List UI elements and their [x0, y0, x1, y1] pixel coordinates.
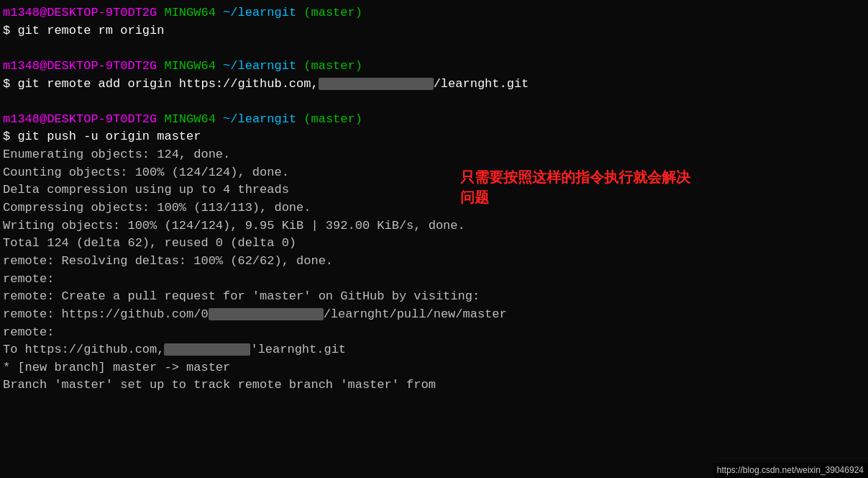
output-9: remote: Create a pull request for 'maste… — [3, 288, 865, 306]
output-5: Writing objects: 100% (124/124), 9.95 Ki… — [3, 217, 865, 235]
prompt-path-3: ~/learngit — [223, 112, 296, 126]
blurred-username-1 — [319, 78, 434, 90]
prompt-shell-1: MINGW64 — [164, 6, 223, 19]
blurred-username-2 — [209, 308, 324, 320]
watermark: https://blog.csdn.net/weixin_39046924 — [713, 463, 868, 478]
output-6: Total 124 (delta 62), reused 0 (delta 0) — [3, 235, 865, 253]
output-13: * [new branch] master -> master — [3, 359, 865, 377]
blank-1 — [3, 40, 865, 58]
prompt-branch-2: (master) — [303, 59, 362, 73]
prompt-path-1: ~/learngit — [223, 6, 296, 19]
output-3: Delta compression using up to 4 threads — [3, 181, 865, 199]
output-1: Enumerating objects: 124, done. — [3, 146, 865, 164]
cmd-line-2: $ git remote add origin https://github.c… — [3, 76, 865, 94]
cmd-line-1: $ git remote rm origin — [3, 22, 865, 40]
prompt-line-2: m1348@DESKTOP-9T0DT2G MINGW64 ~/learngit… — [3, 58, 865, 76]
terminal-window: m1348@DESKTOP-9T0DT2G MINGW64 ~/learngit… — [0, 0, 868, 478]
output-12-blurred: To https://github.com, 'learnght.git — [3, 341, 865, 359]
prompt-line-3: m1348@DESKTOP-9T0DT2G MINGW64 ~/learngit… — [3, 111, 865, 129]
prompt-user-3: m1348@DESKTOP-9T0DT2G — [3, 112, 157, 126]
prompt-branch-3: (master) — [303, 112, 362, 126]
prompt-user-1: m1348@DESKTOP-9T0DT2G — [3, 6, 157, 19]
blurred-username-3 — [164, 343, 250, 356]
output-7: remote: Resolving deltas: 100% (62/62), … — [3, 253, 865, 271]
output-14: Branch 'master' set up to track remote b… — [3, 376, 865, 394]
prompt-shell-3: MINGW64 — [164, 112, 223, 126]
prompt-user-2: m1348@DESKTOP-9T0DT2G — [3, 59, 157, 73]
output-4: Compressing objects: 100% (113/113), don… — [3, 199, 865, 217]
output-2: Counting objects: 100% (124/124), done. — [3, 164, 865, 182]
output-8: remote: — [3, 271, 865, 289]
output-10-blurred: remote: https://github.com/0 /learnght/p… — [3, 306, 865, 324]
output-11: remote: — [3, 324, 865, 342]
prompt-line-1: m1348@DESKTOP-9T0DT2G MINGW64 ~/learngit… — [3, 4, 865, 22]
cmd-line-3: $ git push -u origin master — [3, 128, 865, 146]
prompt-shell-2: MINGW64 — [164, 59, 223, 73]
prompt-branch-1: (master) — [303, 6, 362, 19]
prompt-path-2: ~/learngit — [223, 59, 296, 73]
blank-2 — [3, 93, 865, 111]
